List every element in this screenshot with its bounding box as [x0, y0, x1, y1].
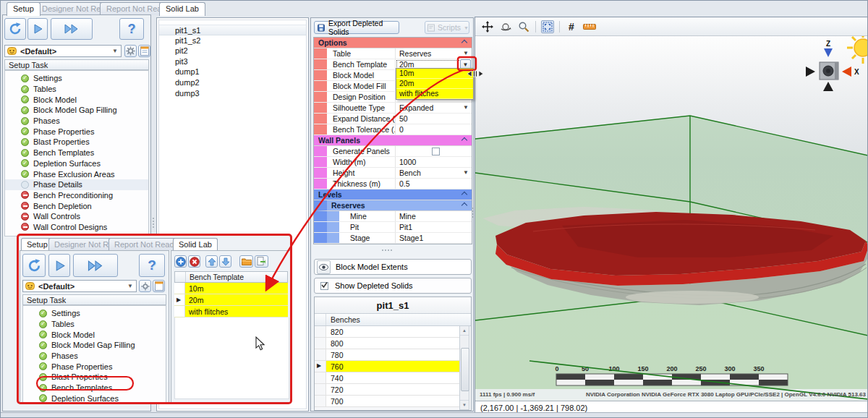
row-pit[interactable]: PitPit1	[314, 222, 472, 233]
row-mine[interactable]: MineMine	[314, 211, 472, 222]
row-stage[interactable]: StageStage1	[314, 233, 472, 244]
refresh-button[interactable]	[4, 18, 26, 40]
measure-tool-button[interactable]	[583, 20, 596, 33]
check-icon	[320, 281, 328, 289]
profile-icon	[7, 46, 17, 56]
svg-text:250: 250	[695, 365, 706, 372]
show-depleted-solids-row[interactable]: Show Depleted Solids	[314, 278, 472, 294]
task-phases[interactable]: ✓Phases	[5, 116, 148, 127]
scripts-button[interactable]: Scripts ▼	[425, 21, 469, 34]
chevron-down-icon[interactable]: ▼	[463, 169, 469, 176]
run-button[interactable]	[27, 18, 48, 40]
row-bench-tolerance[interactable]: Bench Tolerance (...0	[314, 124, 472, 135]
solid-title: pit1_s1	[315, 297, 471, 314]
benches-scrollbar[interactable]: ▲ ▼	[459, 325, 469, 410]
block-model-extents-button[interactable]: Block Model Extents	[314, 259, 472, 275]
zoom-tool-button[interactable]	[517, 20, 530, 33]
chevron-down-icon[interactable]: ▼	[463, 104, 469, 111]
task-depletion-surfaces[interactable]: ✓Depletion Surfaces	[5, 158, 148, 169]
annotation-inset-screenshot: Setup Designer Not Ready Report Not Read…	[17, 234, 292, 404]
settings-gear-button[interactable]	[124, 45, 137, 57]
tab-setup[interactable]: Setup	[7, 2, 41, 16]
task-block-model[interactable]: ✓Block Model	[5, 94, 148, 105]
inset-grid-empty-area	[174, 317, 289, 399]
bench-row[interactable]: 720	[315, 384, 459, 396]
bench-row-selected[interactable]: ▶760	[315, 361, 459, 372]
run-all-button[interactable]	[51, 18, 93, 40]
fast-forward-icon	[86, 260, 105, 272]
axis-left-icon	[806, 67, 815, 77]
bench-row[interactable]: 780	[315, 349, 459, 361]
help-button[interactable]: ?	[119, 18, 144, 40]
row-table[interactable]: TableReserves▼	[314, 48, 472, 59]
task-tables[interactable]: ✓Tables	[5, 84, 148, 95]
list-item[interactable]: dump3	[159, 88, 306, 99]
task-wall-controls[interactable]: Wall Controls	[5, 211, 148, 222]
done-icon: ✓	[39, 352, 47, 360]
task-wall-control-designs[interactable]: Wall Control Designs	[5, 222, 148, 233]
task-bench-templates[interactable]: ✓Bench Templates	[5, 148, 148, 158]
list-item[interactable]: pit3	[159, 56, 306, 67]
zoom-extents-button[interactable]	[541, 20, 554, 33]
task-block-model-gap-filling[interactable]: ✓Block Model Gap Filling	[5, 105, 148, 116]
inset-export-button	[255, 255, 268, 268]
grid-toggle-button[interactable]: #	[565, 20, 578, 33]
horizontal-splitter[interactable]	[382, 249, 392, 251]
pan-tool-button[interactable]	[481, 20, 494, 33]
options-section-header[interactable]: Options	[314, 38, 472, 48]
task-phase-properties[interactable]: ✓Phase Properties	[5, 126, 148, 137]
scroll-thumb[interactable]	[461, 348, 469, 391]
zoom-extents-icon	[542, 22, 553, 32]
help-icon: ?	[148, 257, 156, 273]
generate-panels-checkbox[interactable]	[432, 148, 440, 155]
task-phase-exclusion-areas[interactable]: ✓Phase Exclusion Areas	[5, 169, 148, 179]
bench-row[interactable]: 740	[315, 372, 459, 384]
tab-solid-lab[interactable]: Solid Lab	[159, 2, 205, 16]
task-phase-details[interactable]: Phase Details	[5, 179, 148, 190]
task-settings[interactable]: ✓Settings	[5, 73, 148, 84]
row-width[interactable]: Width (m)1000	[314, 157, 472, 168]
notes-button[interactable]	[138, 45, 150, 57]
bench-row[interactable]: 800	[315, 338, 459, 349]
list-item[interactable]: pit2	[159, 46, 306, 56]
benches-panel: pit1_s1 Benches 820 800 780 ▶760 740 720…	[314, 297, 472, 411]
scroll-down-arrow[interactable]: ▼	[460, 400, 469, 409]
orbit-tool-button[interactable]	[499, 20, 512, 33]
task-bench-depletion[interactable]: Bench Depletion	[5, 200, 148, 211]
task-blast-properties[interactable]: ✓Blast Properties	[5, 137, 148, 148]
inset-refresh-button	[22, 254, 46, 277]
row-height[interactable]: HeightBench▼	[314, 168, 472, 179]
dropdown-option-20m[interactable]: 20m	[396, 79, 473, 89]
bench-row[interactable]: 820	[315, 326, 459, 338]
panel-splitter[interactable]	[472, 208, 474, 218]
bench-row[interactable]: 700	[315, 396, 459, 407]
wall-panels-section-header[interactable]: Wall Panels	[314, 135, 472, 146]
list-item[interactable]: dump2	[159, 77, 306, 88]
show-depleted-solids-checkbox[interactable]	[320, 282, 328, 290]
reserves-section-header[interactable]: Reserves	[314, 200, 472, 211]
row-generate-panels[interactable]: Generate Panels	[314, 146, 472, 157]
svg-text:200: 200	[666, 365, 677, 372]
dropdown-option-10m[interactable]: 10m	[396, 69, 473, 79]
pending-icon	[21, 181, 29, 189]
inset-task-list: ✓Settings ✓Tables ✓Block Model ✓Block Mo…	[22, 305, 166, 403]
blocked-icon	[21, 223, 29, 231]
play-icon	[32, 23, 43, 35]
row-expand-distance[interactable]: Expand Distance (...50	[314, 114, 472, 124]
dropdown-option-with-flitches[interactable]: with flitches	[396, 89, 473, 99]
viewport-canvas[interactable]: 0 50 100 150 200 250 300 350	[475, 36, 868, 401]
folder-icon	[242, 257, 252, 265]
task-bench-preconditioning[interactable]: Bench Preconditioning	[5, 190, 148, 201]
profile-combobox[interactable]: <Default> ▼	[4, 45, 122, 57]
list-item[interactable]: dump1	[159, 67, 306, 77]
done-icon: ✓	[21, 85, 29, 93]
list-item[interactable]: pit1_s2	[159, 35, 306, 46]
export-depleted-solids-button[interactable]: Export Depleted Solids	[314, 21, 399, 34]
levels-section-header[interactable]: Levels	[314, 189, 472, 200]
list-item[interactable]: pit1_s1	[159, 25, 306, 35]
row-silhouette-type[interactable]: Silhouette TypeExpanded▼	[314, 103, 472, 114]
scroll-up-arrow[interactable]: ▲	[460, 326, 469, 336]
chevron-down-icon[interactable]: ▼	[463, 50, 469, 56]
tab-strip: Setup Designer Not Ready Report Not Read…	[1, 1, 312, 14]
row-thickness[interactable]: Thickness (m)0.5	[314, 179, 472, 189]
